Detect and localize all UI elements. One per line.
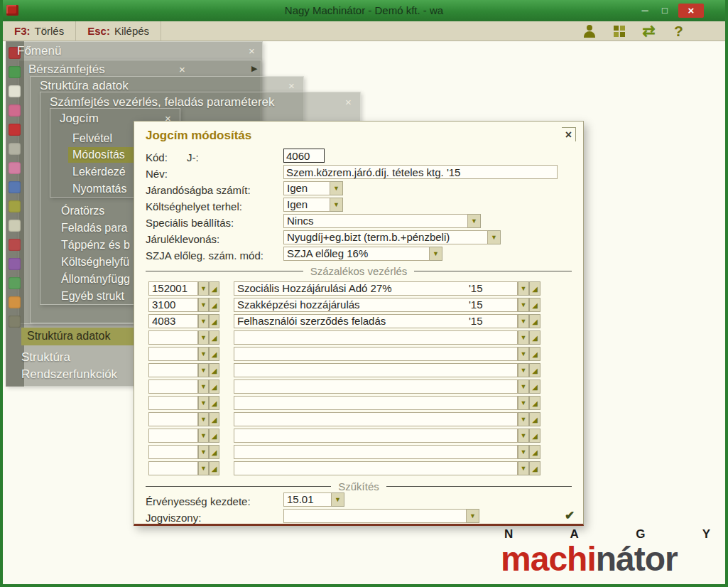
close-icon[interactable]: × [288, 80, 295, 92]
panel-title-jogcim[interactable]: Jogcím [60, 112, 99, 126]
menu-item-egyeb[interactable]: Egyéb strukt [61, 290, 124, 303]
dropdown-icon[interactable]: ▼ [198, 347, 209, 361]
percent-desc-combo[interactable] [234, 396, 518, 410]
percent-desc-combo[interactable] [234, 412, 518, 426]
corner-icon[interactable]: ◢ [209, 314, 219, 328]
help-icon[interactable]: ? [669, 23, 688, 40]
dropdown-icon[interactable]: ▼ [198, 363, 209, 377]
percent-code-combo[interactable] [148, 412, 198, 426]
transfer-icon[interactable]: ⇄ [639, 23, 658, 40]
menu-item-struktura-adatok[interactable]: Struktúra adatok [21, 328, 134, 345]
dropdown-icon[interactable]: ▼ [330, 198, 343, 212]
close-icon[interactable]: × [249, 45, 255, 57]
maximize-button[interactable]: □ [656, 4, 674, 18]
percent-code-combo[interactable]: 152001 [148, 281, 198, 296]
sidebar-icon[interactable] [9, 162, 21, 174]
menu-item-struktura[interactable]: Struktúra [21, 350, 70, 365]
corner-icon[interactable]: ◢ [209, 412, 219, 426]
dropdown-icon[interactable]: ▼ [518, 396, 529, 410]
esc-exit-button[interactable]: Esc: Kilépés [76, 21, 161, 41]
dropdown-icon[interactable]: ▼ [518, 429, 529, 443]
close-window-button[interactable]: × [678, 4, 704, 18]
confirm-check-icon[interactable]: ✔ [565, 508, 575, 523]
corner-icon[interactable]: ◢ [209, 363, 219, 377]
corner-icon[interactable]: ◢ [209, 379, 219, 394]
dropdown-icon[interactable]: ▼ [518, 412, 529, 426]
sidebar-icon[interactable] [9, 316, 21, 328]
dropdown-icon[interactable]: ▼ [198, 412, 209, 426]
specialis-combo[interactable]: Nincs ▼ [283, 214, 481, 228]
percent-code-combo[interactable] [148, 347, 198, 361]
corner-icon[interactable]: ◢ [209, 429, 219, 443]
dropdown-icon[interactable]: ▼ [518, 298, 529, 312]
dropdown-icon[interactable]: ▼ [198, 314, 209, 328]
dropdown-icon[interactable]: ▼ [332, 492, 344, 507]
menu-item-lekerdezes[interactable]: Lekérdezé [72, 166, 126, 178]
sidebar-icon[interactable] [9, 220, 21, 232]
menu-item-tappenz[interactable]: Táppénz és b [61, 239, 130, 252]
minimize-button[interactable]: ─ [636, 4, 654, 18]
dropdown-icon[interactable]: ▼ [198, 379, 209, 394]
dropdown-icon[interactable]: ▼ [430, 247, 442, 261]
corner-icon[interactable]: ◢ [209, 330, 219, 345]
koltseghely-combo[interactable]: Igen ▼ [283, 198, 343, 212]
sidebar-icon[interactable] [9, 239, 21, 251]
percent-desc-combo[interactable]: Szakképzési hozzájárulás'15 [234, 298, 518, 312]
percent-code-combo[interactable] [148, 396, 198, 410]
corner-icon[interactable]: ◢ [529, 429, 540, 443]
percent-code-combo[interactable] [148, 461, 198, 475]
dropdown-icon[interactable]: ▼ [518, 379, 529, 394]
corner-icon[interactable]: ◢ [209, 281, 219, 296]
menu-item-koltseghely[interactable]: Költséghelyfü [61, 256, 129, 269]
close-icon[interactable]: × [179, 63, 185, 75]
dropdown-icon[interactable]: ▼ [467, 509, 479, 523]
corner-icon[interactable]: ◢ [529, 314, 540, 328]
dropdown-icon[interactable]: ▼ [518, 330, 529, 345]
kod-input[interactable] [283, 149, 325, 163]
corner-icon[interactable]: ◢ [529, 347, 540, 361]
sidebar-icon[interactable] [9, 181, 21, 193]
sidebar-icon[interactable] [9, 66, 21, 78]
corner-icon[interactable]: ◢ [529, 445, 540, 459]
corner-icon[interactable]: ◢ [209, 347, 219, 361]
f3-delete-button[interactable]: F3: Törlés [3, 21, 76, 41]
panel-title-berszamfejtes[interactable]: Bérszámfejtés [28, 63, 105, 77]
percent-code-combo[interactable] [148, 330, 198, 345]
corner-icon[interactable]: ◢ [209, 461, 219, 475]
panel-title-fomenu[interactable]: Főmenü [17, 44, 61, 58]
user-icon[interactable] [580, 23, 599, 40]
dropdown-icon[interactable]: ▼ [198, 298, 209, 312]
dropdown-icon[interactable]: ▼ [518, 461, 529, 475]
sidebar-icon[interactable] [9, 296, 21, 308]
corner-icon[interactable]: ◢ [529, 298, 540, 312]
jarandosag-combo[interactable]: Igen ▼ [283, 181, 343, 195]
percent-desc-combo[interactable]: Szociális Hozzájárulási Adó 27%'15 [234, 281, 518, 296]
szja-combo[interactable]: SZJA előleg 16% ▼ [283, 247, 442, 261]
percent-desc-combo[interactable] [234, 363, 518, 377]
jogviszony-combo[interactable]: ▼ [283, 509, 479, 523]
corner-icon[interactable]: ◢ [529, 363, 540, 377]
corner-icon[interactable]: ◢ [529, 379, 540, 394]
menu-item-oratorzs[interactable]: Óratörzs [61, 205, 104, 217]
percent-desc-combo[interactable] [234, 445, 518, 459]
percent-code-combo[interactable]: 4083 [148, 314, 198, 328]
menu-item-felvetel[interactable]: Felvétel [72, 132, 112, 145]
sidebar-icon[interactable] [9, 277, 21, 289]
corner-icon[interactable]: ◢ [209, 298, 219, 312]
corner-icon[interactable]: ◢ [209, 396, 219, 410]
dropdown-icon[interactable]: ▼ [198, 429, 209, 443]
percent-code-combo[interactable] [148, 363, 198, 377]
dropdown-icon[interactable]: ▼ [518, 314, 529, 328]
dropdown-icon[interactable]: ▼ [198, 461, 209, 475]
percent-desc-combo[interactable] [234, 347, 518, 361]
dropdown-icon[interactable]: ▼ [198, 396, 209, 410]
percent-desc-combo[interactable]: Felhasználói szerződés feladás'15 [234, 314, 518, 328]
dropdown-icon[interactable]: ▼ [468, 214, 481, 228]
ervenyesseg-combo[interactable]: 15.01 ▼ [283, 492, 344, 507]
sidebar-icon[interactable] [9, 124, 21, 136]
dropdown-icon[interactable]: ▼ [198, 330, 209, 345]
percent-code-combo[interactable] [148, 445, 198, 459]
percent-desc-combo[interactable] [234, 429, 518, 443]
close-icon[interactable]: × [562, 127, 576, 141]
corner-icon[interactable]: ◢ [529, 396, 540, 410]
